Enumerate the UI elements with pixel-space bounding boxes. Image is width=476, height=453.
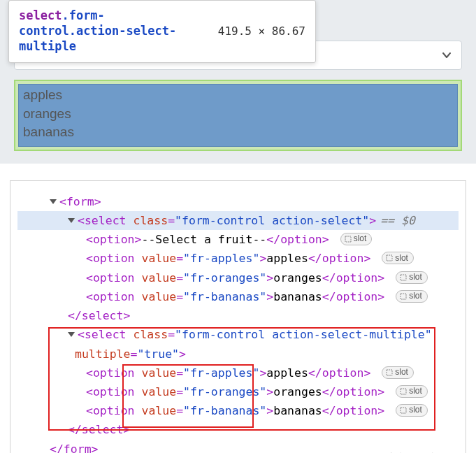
node-option[interactable]: <option>--Select a fruit--</option> slot <box>17 230 459 249</box>
node-form-open[interactable]: <form> <box>17 192 459 211</box>
preview-panel: select.form-control.action-select-multip… <box>0 0 476 164</box>
svg-rect-0 <box>345 236 351 242</box>
slot-badge[interactable]: slot <box>382 366 414 379</box>
option-oranges[interactable]: oranges <box>23 105 453 124</box>
expand-toggle-icon[interactable] <box>68 218 75 223</box>
slot-badge[interactable]: slot <box>396 271 428 284</box>
inspector-tooltip: select.form-control.action-select-multip… <box>8 0 316 63</box>
svg-rect-4 <box>387 370 392 375</box>
slot-badge[interactable]: slot <box>340 233 373 245</box>
option-bananas[interactable]: bananas <box>23 123 453 142</box>
expand-toggle-icon[interactable] <box>68 332 75 337</box>
svg-rect-1 <box>387 255 392 261</box>
tooltip-dimensions: 419.5 × 86.67 <box>218 24 305 38</box>
option-apples[interactable]: apples <box>23 86 453 105</box>
chevron-down-icon <box>442 50 452 60</box>
node-select1-close[interactable]: </select> <box>17 306 459 325</box>
tooltip-tag: select <box>19 8 62 22</box>
slot-badge[interactable]: slot <box>396 385 428 398</box>
slot-badge[interactable]: slot <box>396 290 428 303</box>
node-option[interactable]: <option value="fr-bananas">bananas</opti… <box>17 287 459 306</box>
node-select1-open[interactable]: <select class="form-control action-selec… <box>17 211 459 230</box>
selected-marker: == $0 <box>380 214 415 227</box>
node-select2-open[interactable]: <select class="form-control action-selec… <box>17 325 459 344</box>
svg-rect-5 <box>401 389 406 394</box>
slot-badge[interactable]: slot <box>396 404 428 417</box>
node-option[interactable]: <option value="fr-bananas">bananas</opti… <box>17 401 459 420</box>
svg-rect-2 <box>401 275 406 280</box>
svg-rect-6 <box>401 408 406 413</box>
svg-rect-3 <box>401 294 406 299</box>
slot-badge[interactable]: slot <box>382 252 414 264</box>
node-select2-open-cont[interactable]: multiple="true"> <box>17 345 459 364</box>
node-select2-close[interactable]: </select> <box>17 420 459 439</box>
highlight-outline: apples oranges bananas <box>14 80 462 151</box>
expand-toggle-icon[interactable] <box>50 199 57 204</box>
multiple-select[interactable]: apples oranges bananas <box>18 84 458 147</box>
node-option[interactable]: <option value="fr-oranges">oranges</opti… <box>17 382 459 401</box>
node-option[interactable]: <option value="fr-apples">apples</option… <box>17 249 459 268</box>
elements-panel: <form> <select class="form-control actio… <box>10 180 466 453</box>
node-form-close[interactable]: </form> <box>17 440 459 453</box>
node-option[interactable]: <option value="fr-oranges">oranges</opti… <box>17 268 459 287</box>
node-option[interactable]: <option value="fr-apples">apples</option… <box>17 364 459 382</box>
tooltip-selector: select.form-control.action-select-multip… <box>19 8 200 54</box>
